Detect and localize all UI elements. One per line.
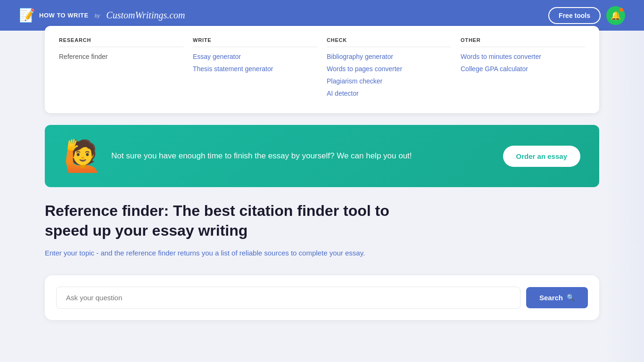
order-essay-button[interactable]: Order an essay (503, 146, 580, 167)
logo-how-label: HOW to WRITE (39, 12, 89, 19)
link-words-to-pages[interactable]: Words to pages converter (327, 65, 451, 73)
notifications-button[interactable]: 🔔 (606, 6, 625, 25)
dropdown-research-section: RESEARCH Reference finder (59, 37, 183, 102)
promo-banner: 🙋 Not sure you have enough time to finis… (45, 125, 599, 187)
dropdown-write-section: WRITE Essay generator Thesis statement g… (193, 37, 317, 102)
logo-brand-name: CustomWritings.com (106, 10, 185, 21)
search-icon: 🔍 (567, 294, 575, 301)
notification-dot (619, 8, 623, 12)
link-thesis-statement-generator[interactable]: Thesis statement generator (193, 65, 317, 73)
banner-text: Not sure you have enough time to finish … (111, 150, 494, 162)
other-section-title: OTHER (461, 37, 585, 47)
link-essay-generator[interactable]: Essay generator (193, 53, 317, 60)
search-container: Search 🔍 (45, 275, 599, 320)
dropdown-other-section: OTHER Words to minutes converter College… (461, 37, 585, 102)
write-section-title: WRITE (193, 37, 317, 47)
link-words-to-minutes[interactable]: Words to minutes converter (461, 53, 585, 60)
search-button[interactable]: Search 🔍 (526, 287, 588, 308)
check-section-title: CHECK (327, 37, 451, 47)
header-actions: Free tools 🔔 (548, 6, 625, 25)
logo: 📝 HOW to WRITE by CustomWritings.com (19, 8, 185, 23)
logo-by-text: by (95, 13, 100, 18)
bell-icon: 🔔 (611, 10, 621, 21)
link-plagiarism-checker[interactable]: Plagiarism checker (327, 77, 451, 85)
link-reference-finder[interactable]: Reference finder (59, 53, 183, 60)
main-content: Reference finder: The best citation find… (45, 201, 599, 320)
link-college-gpa[interactable]: College GPA calculator (461, 65, 585, 73)
dropdown-check-section: CHECK Bibliography generator Words to pa… (327, 37, 451, 102)
research-section-title: RESEARCH (59, 37, 183, 47)
tools-dropdown-card: RESEARCH Reference finder WRITE Essay ge… (45, 26, 599, 113)
logo-icon: 📝 (19, 8, 35, 23)
link-bibliography-generator[interactable]: Bibliography generator (327, 53, 451, 60)
banner-emoji: 🙋 (64, 138, 102, 174)
free-tools-button[interactable]: Free tools (548, 7, 601, 24)
search-button-label: Search (539, 294, 563, 302)
page-title: Reference finder: The best citation find… (45, 201, 422, 240)
search-input[interactable] (56, 287, 520, 309)
page-subtitle: Enter your topic - and the reference fin… (45, 248, 599, 259)
link-ai-detector[interactable]: AI detector (327, 90, 451, 97)
